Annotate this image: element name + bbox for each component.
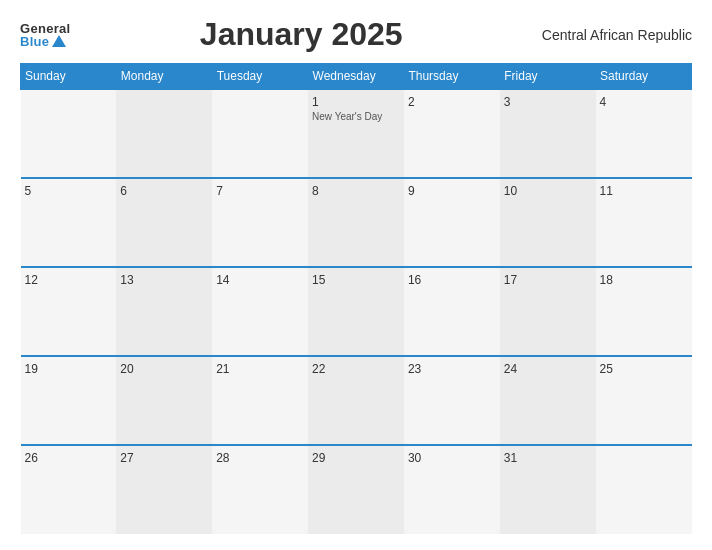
calendar-title: January 2025 <box>71 16 532 53</box>
calendar-week-row: 567891011 <box>21 178 692 267</box>
calendar-cell: 8 <box>308 178 404 267</box>
day-number: 14 <box>216 273 304 287</box>
calendar-cell <box>116 89 212 178</box>
calendar-cell: 7 <box>212 178 308 267</box>
day-number: 10 <box>504 184 592 198</box>
day-number: 26 <box>25 451 113 465</box>
calendar-cell: 22 <box>308 356 404 445</box>
weekday-header-friday: Friday <box>500 64 596 90</box>
weekday-header-wednesday: Wednesday <box>308 64 404 90</box>
day-number: 9 <box>408 184 496 198</box>
logo-general-text: General <box>20 22 71 35</box>
day-number: 1 <box>312 95 400 109</box>
calendar-cell: 21 <box>212 356 308 445</box>
day-number: 29 <box>312 451 400 465</box>
calendar-cell: 11 <box>596 178 692 267</box>
calendar-cell: 18 <box>596 267 692 356</box>
day-number: 17 <box>504 273 592 287</box>
day-number: 25 <box>600 362 688 376</box>
calendar-cell: 17 <box>500 267 596 356</box>
day-number: 22 <box>312 362 400 376</box>
calendar-cell <box>596 445 692 534</box>
calendar-cell: 3 <box>500 89 596 178</box>
weekday-header-thursday: Thursday <box>404 64 500 90</box>
calendar-cell: 25 <box>596 356 692 445</box>
calendar-cell: 26 <box>21 445 117 534</box>
calendar-cell: 24 <box>500 356 596 445</box>
calendar-cell: 31 <box>500 445 596 534</box>
weekday-header-tuesday: Tuesday <box>212 64 308 90</box>
calendar-cell: 6 <box>116 178 212 267</box>
weekday-header-monday: Monday <box>116 64 212 90</box>
day-number: 16 <box>408 273 496 287</box>
calendar-cell: 10 <box>500 178 596 267</box>
day-number: 20 <box>120 362 208 376</box>
day-number: 6 <box>120 184 208 198</box>
calendar-cell: 2 <box>404 89 500 178</box>
calendar-cell: 30 <box>404 445 500 534</box>
day-number: 19 <box>25 362 113 376</box>
day-number: 12 <box>25 273 113 287</box>
day-number: 18 <box>600 273 688 287</box>
calendar-cell: 9 <box>404 178 500 267</box>
calendar-week-row: 1New Year's Day234 <box>21 89 692 178</box>
weekday-header-saturday: Saturday <box>596 64 692 90</box>
logo-blue-text: Blue <box>20 35 71 48</box>
calendar-cell: 15 <box>308 267 404 356</box>
day-number: 2 <box>408 95 496 109</box>
country-name: Central African Republic <box>532 27 692 43</box>
day-number: 4 <box>600 95 688 109</box>
calendar-cell <box>212 89 308 178</box>
calendar-cell: 1New Year's Day <box>308 89 404 178</box>
header: General Blue January 2025 Central Africa… <box>20 16 692 53</box>
day-number: 27 <box>120 451 208 465</box>
calendar-cell: 4 <box>596 89 692 178</box>
day-number: 3 <box>504 95 592 109</box>
calendar-week-row: 262728293031 <box>21 445 692 534</box>
calendar-cell: 23 <box>404 356 500 445</box>
day-number: 7 <box>216 184 304 198</box>
day-number: 28 <box>216 451 304 465</box>
calendar-cell: 12 <box>21 267 117 356</box>
calendar-cell: 19 <box>21 356 117 445</box>
calendar-cell: 28 <box>212 445 308 534</box>
weekday-header-sunday: Sunday <box>21 64 117 90</box>
day-number: 5 <box>25 184 113 198</box>
day-number: 11 <box>600 184 688 198</box>
calendar-cell: 27 <box>116 445 212 534</box>
day-number: 8 <box>312 184 400 198</box>
calendar-table: SundayMondayTuesdayWednesdayThursdayFrid… <box>20 63 692 534</box>
calendar-cell: 5 <box>21 178 117 267</box>
holiday-name: New Year's Day <box>312 111 400 122</box>
logo: General Blue <box>20 22 71 48</box>
calendar-cell: 20 <box>116 356 212 445</box>
day-number: 13 <box>120 273 208 287</box>
day-number: 23 <box>408 362 496 376</box>
calendar-cell: 29 <box>308 445 404 534</box>
day-number: 30 <box>408 451 496 465</box>
calendar-cell: 14 <box>212 267 308 356</box>
calendar-cell <box>21 89 117 178</box>
day-number: 21 <box>216 362 304 376</box>
logo-triangle-icon <box>52 35 66 47</box>
calendar-week-row: 19202122232425 <box>21 356 692 445</box>
calendar-week-row: 12131415161718 <box>21 267 692 356</box>
calendar-cell: 13 <box>116 267 212 356</box>
weekday-header-row: SundayMondayTuesdayWednesdayThursdayFrid… <box>21 64 692 90</box>
day-number: 15 <box>312 273 400 287</box>
day-number: 24 <box>504 362 592 376</box>
calendar-cell: 16 <box>404 267 500 356</box>
day-number: 31 <box>504 451 592 465</box>
calendar-page: General Blue January 2025 Central Africa… <box>0 0 712 550</box>
